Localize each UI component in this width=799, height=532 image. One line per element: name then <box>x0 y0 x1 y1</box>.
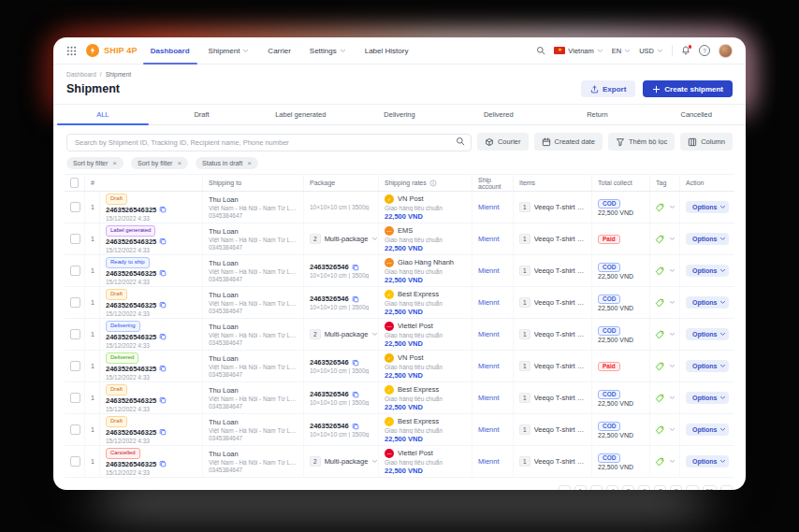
filter-chip-sort-by-filter[interactable]: Sort by filter <box>131 157 188 169</box>
tab-return[interactable]: Return <box>548 105 647 124</box>
tag-icon[interactable] <box>655 298 664 308</box>
copy-icon[interactable] <box>159 365 167 372</box>
multi-package-select[interactable]: 2 Multi-package <box>310 456 372 467</box>
page-button-7[interactable]: 7 <box>654 485 666 490</box>
page-button-1[interactable]: 1 <box>574 485 587 490</box>
row-checkbox[interactable] <box>70 424 80 435</box>
chevron-down-icon[interactable] <box>669 267 676 274</box>
tab-cancelled[interactable]: Cancelled <box>646 105 746 124</box>
tab-draft[interactable]: Draft <box>153 105 252 124</box>
row-checkbox[interactable] <box>70 456 80 467</box>
currency-select[interactable]: USD <box>639 47 663 55</box>
nav-item-carrier[interactable]: Carrier <box>268 37 290 64</box>
language-select[interactable]: EN <box>612 47 631 55</box>
toolbar-button-courier[interactable]: Courier <box>477 133 529 151</box>
ship-account-link[interactable]: Miennt <box>478 457 507 466</box>
tab-delivering[interactable]: Delivering <box>350 105 449 124</box>
options-button[interactable]: Options <box>686 233 729 245</box>
chevron-down-icon[interactable] <box>669 458 676 465</box>
copy-icon[interactable] <box>159 428 167 436</box>
row-checkbox[interactable] <box>70 266 80 276</box>
chevron-down-icon[interactable] <box>669 236 676 242</box>
multi-package-select[interactable]: 2 Multi-package <box>310 329 372 339</box>
tag-icon[interactable] <box>655 266 664 276</box>
page-ellipsis[interactable]: ... <box>590 485 603 490</box>
ship-account-link[interactable]: Miennt <box>478 235 507 243</box>
row-checkbox[interactable] <box>70 329 80 339</box>
ship-account-link[interactable]: Miennt <box>478 425 507 434</box>
nav-item-settings[interactable]: Settings <box>310 37 346 64</box>
nav-item-label-history[interactable]: Label History <box>365 37 409 64</box>
tag-icon[interactable] <box>655 457 664 467</box>
tag-icon[interactable] <box>655 330 664 339</box>
options-button[interactable]: Options <box>686 360 729 372</box>
page-ellipsis[interactable]: ... <box>686 485 698 490</box>
ship-account-link[interactable]: Miennt <box>478 298 507 307</box>
chevron-down-icon[interactable] <box>669 204 676 210</box>
chevron-down-icon[interactable] <box>669 426 676 433</box>
page-next-button[interactable]: › <box>720 485 733 490</box>
notifications-bell-icon[interactable] <box>681 46 690 55</box>
page-button-5[interactable]: 5 <box>622 485 634 490</box>
copy-icon[interactable] <box>159 396 167 404</box>
search-input[interactable] <box>66 134 472 151</box>
ship-account-link[interactable]: Miennt <box>478 362 507 370</box>
page-button-50[interactable]: 50 <box>703 485 717 490</box>
help-icon[interactable] <box>699 45 710 56</box>
breadcrumb-dashboard[interactable]: Dashboard <box>66 71 96 78</box>
tag-icon[interactable] <box>655 362 664 371</box>
copy-icon[interactable] <box>159 301 167 309</box>
chevron-down-icon[interactable] <box>669 363 676 369</box>
copy-icon[interactable] <box>352 423 359 430</box>
options-button[interactable]: Options <box>686 424 729 436</box>
copy-icon[interactable] <box>352 391 359 398</box>
apps-grid-icon[interactable] <box>66 46 77 56</box>
options-button[interactable]: Options <box>686 265 729 277</box>
chevron-down-icon[interactable] <box>669 299 676 306</box>
tag-icon[interactable] <box>655 235 664 244</box>
copy-icon[interactable] <box>159 269 167 277</box>
page-prev-button[interactable]: ‹ <box>559 485 571 490</box>
nav-item-shipment[interactable]: Shipment <box>209 37 250 64</box>
ship-account-link[interactable]: Miennt <box>478 203 507 211</box>
ship-account-link[interactable]: Miennt <box>478 330 507 338</box>
copy-icon[interactable] <box>159 206 167 213</box>
toolbar-button-column[interactable]: Column <box>680 133 733 151</box>
options-button[interactable]: Options <box>686 455 729 467</box>
tab-delivered[interactable]: Delivered <box>449 105 548 124</box>
options-button[interactable]: Options <box>686 328 729 340</box>
chevron-down-icon[interactable] <box>669 395 676 401</box>
tag-icon[interactable] <box>655 394 664 403</box>
row-checkbox[interactable] <box>70 297 80 308</box>
chevron-down-icon[interactable] <box>669 331 676 338</box>
options-button[interactable]: Options <box>686 392 729 404</box>
copy-icon[interactable] <box>159 237 167 245</box>
create-shipment-button[interactable]: Create shipment <box>643 80 733 97</box>
tab-all[interactable]: ALL <box>53 105 153 124</box>
row-checkbox[interactable] <box>70 361 80 371</box>
page-button-6[interactable]: 6 <box>638 485 650 490</box>
brand-logo[interactable]: SHIP 4P <box>86 44 138 57</box>
copy-icon[interactable] <box>352 359 359 367</box>
row-checkbox[interactable] <box>70 234 80 244</box>
row-checkbox[interactable] <box>70 202 80 212</box>
options-button[interactable]: Options <box>686 296 729 309</box>
copy-icon[interactable] <box>352 295 359 303</box>
select-all-checkbox[interactable] <box>70 178 79 188</box>
copy-icon[interactable] <box>352 264 359 271</box>
search-icon[interactable] <box>456 137 465 146</box>
ship-account-link[interactable]: Miennt <box>478 394 507 402</box>
search-icon[interactable] <box>536 46 545 55</box>
nav-item-dashboard[interactable]: Dashboard <box>151 37 190 64</box>
copy-icon[interactable] <box>159 460 167 467</box>
filter-chip-sort-by-filter[interactable]: Sort by filter <box>66 157 123 169</box>
toolbar-button-created-date[interactable]: Created date <box>534 133 603 151</box>
tab-label-generated[interactable]: Label generated <box>251 105 350 124</box>
ship-account-link[interactable]: Miennt <box>478 266 507 275</box>
tag-icon[interactable] <box>655 425 664 435</box>
export-button[interactable]: Export <box>581 80 635 97</box>
filter-chip-status-in-draft[interactable]: Status in draft <box>196 157 258 169</box>
copy-icon[interactable] <box>159 333 167 340</box>
multi-package-select[interactable]: 2 Multi-package <box>310 234 372 244</box>
page-button-8[interactable]: 8 <box>670 485 682 490</box>
